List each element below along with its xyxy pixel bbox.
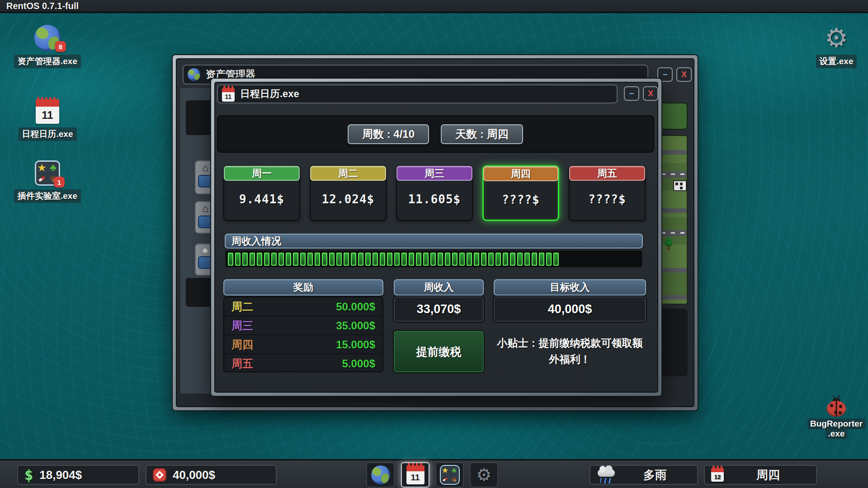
city-map[interactable] (660, 135, 688, 305)
rewards-title: 奖励 (223, 279, 383, 296)
taskbar-target-box[interactable]: 40,000$ (146, 465, 277, 485)
progress-segment (416, 253, 421, 266)
progress-segment (532, 253, 537, 266)
reward-value: 5.000$ (342, 357, 375, 370)
building-sprite (673, 180, 687, 191)
target-icon (153, 468, 166, 482)
desktop-icon-label: 日程日历.exe (19, 127, 77, 141)
map-road (661, 268, 687, 272)
window-title: 日程日历.exe (240, 87, 299, 101)
tree-sprite (664, 238, 673, 250)
taskbar-app-settings[interactable]: ⚙ (470, 462, 498, 488)
taskbar-money-box[interactable]: $ 18,904$ (17, 465, 139, 485)
day-card-4[interactable]: 周四????$ (482, 165, 559, 221)
taskbar-weather-box[interactable]: 多雨 (590, 465, 698, 485)
globe-icon (188, 68, 200, 81)
progress-segment (315, 253, 320, 266)
house-icon: ⌂ (202, 163, 208, 173)
progress-segment (278, 253, 284, 266)
reward-row: 周三35.000$ (224, 316, 382, 335)
close-button[interactable]: X (643, 86, 658, 101)
day-card-header: 周五 (569, 166, 645, 181)
progress-segment (401, 253, 407, 266)
asset-sidebar-panel (186, 100, 213, 135)
calendar-titlebar[interactable]: 11 日程日历.exe (217, 84, 618, 103)
progress-segment (510, 253, 515, 266)
progress-segment (546, 253, 552, 266)
calendar-icon-top (222, 88, 235, 92)
progress-segment (553, 253, 559, 266)
asset-sidebar-panel (186, 278, 213, 307)
progress-segment (344, 253, 349, 266)
desktop-icon-bug-reporter[interactable]: BugReporter .exe (809, 398, 863, 439)
desktop-icon-label: 设置.exe (816, 55, 857, 68)
map-bottom-panel (659, 309, 688, 376)
desktop-icon-label: .exe (826, 428, 848, 439)
taskbar-app-plugin-lab[interactable]: ★ ♣ (435, 462, 464, 488)
day-card-3[interactable]: 周三11.605$ (396, 165, 473, 221)
week-number-button[interactable]: 周数 : 4/10 (348, 124, 429, 144)
taskbar-app-calendar[interactable]: 11 (401, 462, 429, 488)
calendar-icon: 12 (711, 468, 724, 482)
progress-segment (358, 253, 363, 266)
income-progress-title: 周收入情况 (225, 234, 643, 249)
day-card-header: 周一 (224, 166, 300, 181)
rain-cloud-icon (597, 466, 617, 484)
house-icon: ⌂ (202, 204, 208, 214)
reward-day: 周三 (231, 319, 253, 333)
calendar-icon-top (711, 468, 724, 472)
weather-label: 多雨 (619, 467, 691, 483)
day-card-value: ????$ (570, 192, 645, 206)
progress-segment (322, 253, 327, 266)
progress-segment (503, 253, 508, 266)
reward-day: 周四 (231, 338, 253, 352)
progress-segment (286, 253, 291, 266)
close-button[interactable]: X (676, 67, 692, 82)
reward-day: 周二 (231, 300, 253, 314)
ladybug-body (827, 401, 846, 417)
progress-segment (474, 253, 479, 266)
day-card-value: 12.024$ (311, 192, 386, 206)
map-road (661, 150, 687, 155)
progress-segment (452, 253, 458, 266)
globe-icon (371, 465, 390, 484)
income-progress-track (225, 250, 643, 268)
calendar-window: 11 日程日历.exe − X 周数 : 4/10 天数 : 周四 周一9.44… (210, 78, 662, 397)
progress-segment (517, 253, 523, 266)
reward-day: 周五 (231, 357, 253, 371)
day-card-value: 9.441$ (224, 192, 299, 206)
day-card-5[interactable]: 周五????$ (569, 165, 646, 221)
calendar-icon: 11 (222, 88, 235, 102)
desktop-icon-calendar[interactable]: 11 日程日历.exe (20, 97, 75, 141)
target-income-title: 目标收入 (494, 279, 646, 296)
minimize-button[interactable]: − (624, 86, 639, 101)
progress-segment (394, 253, 400, 266)
progress-segment (373, 253, 378, 266)
taskbar-day-box[interactable]: 12 周四 (704, 465, 817, 485)
tip-text: 小贴士：提前缴纳税款可领取额外福利！ (494, 329, 646, 374)
plugin-lab-icon: ★ ♣ (440, 465, 460, 485)
day-card-2[interactable]: 周二12.024$ (310, 165, 387, 221)
day-number-button[interactable]: 天数 : 周四 (441, 124, 523, 144)
desktop-icon-plugin-lab[interactable]: ★ ♣ 1 插件实验室.exe (18, 160, 77, 203)
week-income-title: 周收入 (394, 279, 484, 296)
plant-icon: ♣ (203, 246, 208, 254)
taskbar-app-asset-manager[interactable] (366, 462, 395, 488)
gear-icon: ⚙ (825, 25, 848, 51)
progress-segment (524, 253, 530, 266)
progress-segment (235, 253, 241, 266)
progress-segment (423, 253, 429, 266)
day-card-1[interactable]: 周一9.441$ (223, 165, 300, 221)
week-day-panel (217, 115, 654, 153)
mushroom-glyph (452, 477, 457, 482)
progress-segment (300, 253, 306, 266)
star-glyph: ★ (442, 466, 448, 474)
progress-segment (351, 253, 356, 266)
desktop-icon-settings[interactable]: ⚙ 设置.exe (814, 25, 859, 68)
map-road (661, 295, 687, 300)
desktop-icon-label: 插件实验室.exe (14, 189, 81, 203)
pay-tax-early-button[interactable]: 提前缴税 (394, 331, 484, 372)
desktop-icon-asset-manager[interactable]: 8 资产管理器.exe (20, 25, 75, 68)
reward-row: 周四15.000$ (224, 335, 382, 354)
weekday-label: 周四 (726, 467, 810, 483)
